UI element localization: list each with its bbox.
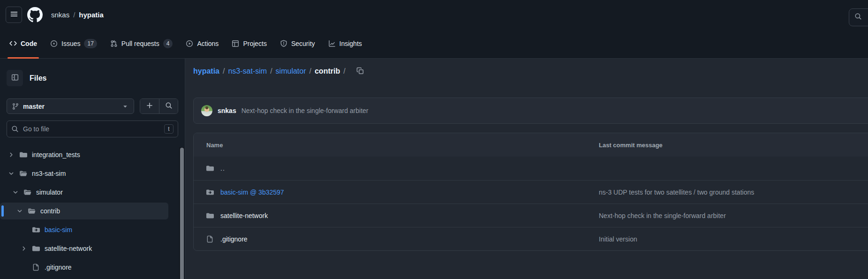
breadcrumb-simulator[interactable]: simulator — [276, 67, 306, 75]
go-to-file: t — [7, 121, 178, 137]
breadcrumb-contrib: contrib — [315, 67, 340, 75]
tree-item-satellite-network[interactable]: satellite-network — [0, 240, 168, 257]
repo-name-link[interactable]: hypatia — [79, 11, 104, 19]
copy-icon — [356, 67, 364, 76]
tree-item-label: integration_tests — [32, 151, 80, 158]
commit-author-avatar[interactable] — [201, 105, 212, 116]
tab-label: Security — [291, 40, 315, 47]
tree-actions-group — [140, 98, 178, 114]
tab-security[interactable]: Security — [274, 29, 321, 58]
folder-open-icon — [24, 189, 31, 196]
file-name-link[interactable]: .. — [220, 165, 225, 172]
tab-code[interactable]: Code — [4, 29, 43, 58]
chevron-down-icon[interactable] — [16, 208, 23, 214]
breadcrumb-separator: / — [267, 67, 275, 75]
file-name-cell: satellite-network — [194, 212, 586, 219]
tree-item-basic-sim[interactable]: basic-sim — [0, 221, 168, 238]
files-sidebar: Files master — [0, 59, 185, 279]
pull-request-icon — [110, 40, 118, 47]
search-tree-button[interactable] — [159, 99, 178, 113]
git-branch-icon — [12, 103, 19, 110]
file-icon — [206, 235, 214, 243]
tree-item-label: basic-sim — [45, 226, 72, 234]
last-commit-message[interactable]: ns-3 UDP tests for two satellites / two … — [586, 189, 868, 196]
code-view-pane: hypatia/ns3-sat-sim/simulator/contrib/ s… — [185, 59, 868, 279]
submodule-icon — [32, 226, 40, 234]
tree-item-integration-tests[interactable]: integration_tests — [0, 146, 168, 163]
chevron-down-icon[interactable] — [12, 189, 19, 196]
file-row-[interactable]: .. — [194, 157, 868, 180]
sidebar-scrollbar-thumb[interactable] — [180, 148, 184, 279]
panel-left-icon — [11, 74, 19, 83]
app-header: snkas / hypatia — [0, 0, 868, 29]
search-icon — [854, 13, 862, 22]
folder-icon — [206, 212, 214, 219]
tab-label: Projects — [243, 40, 267, 47]
files-title: Files — [30, 74, 46, 83]
breadcrumb-hypatia[interactable]: hypatia — [193, 67, 219, 75]
counter-badge: 17 — [84, 39, 97, 48]
latest-commit-bar: snkas Next-hop check in the single-forwa… — [193, 98, 868, 124]
sidebar-controls: master — [7, 98, 178, 114]
repo-owner-link[interactable]: snkas — [51, 11, 69, 19]
breadcrumb-separator: / — [306, 67, 315, 75]
hamburger-menu-button[interactable] — [6, 7, 22, 23]
copy-path-button[interactable] — [354, 65, 367, 78]
folder-open-icon — [28, 207, 36, 215]
breadcrumb-ns3-sat-sim[interactable]: ns3-sat-sim — [228, 67, 267, 75]
file-name-link[interactable]: .gitignore — [220, 235, 248, 243]
last-commit-message[interactable]: Next-hop check in the single-forward arb… — [586, 212, 868, 219]
file-tree: integration_testsns3-sat-simsimulatorcon… — [0, 146, 185, 276]
tree-item-label: ns3-sat-sim — [32, 170, 66, 177]
content-area: Files master — [0, 59, 868, 279]
file-name-link[interactable]: satellite-network — [220, 212, 268, 219]
tab-pull-requests[interactable]: Pull requests4 — [105, 29, 179, 58]
tab-projects[interactable]: Projects — [226, 29, 272, 58]
column-header-last-commit: Last commit message — [586, 142, 868, 149]
branch-name: master — [23, 103, 45, 110]
github-repo-page: snkas / hypatia CodeIssues17Pull request… — [0, 0, 868, 279]
file-name-link[interactable]: basic-sim @ 3b32597 — [220, 189, 284, 196]
folder-icon — [206, 165, 214, 172]
tab-label: Issues — [61, 40, 80, 47]
tree-item-gitignore[interactable]: .gitignore — [0, 259, 168, 276]
submodule-icon — [206, 189, 214, 196]
files-header: Files — [7, 70, 185, 86]
tree-item-simulator[interactable]: simulator — [0, 184, 168, 201]
commit-author[interactable]: snkas — [218, 107, 236, 114]
file-row-satellite-network[interactable]: satellite-networkNext-hop check in the s… — [194, 204, 868, 227]
chevron-right-icon[interactable] — [8, 151, 15, 158]
branch-selector-button[interactable]: master — [7, 98, 134, 114]
go-to-file-input[interactable] — [7, 121, 178, 137]
github-logo-icon[interactable] — [27, 7, 43, 23]
plus-icon — [146, 102, 153, 111]
breadcrumb-separator: / — [219, 67, 228, 75]
tab-label: Pull requests — [121, 40, 159, 47]
chevron-down-icon — [121, 103, 129, 110]
add-file-button[interactable] — [140, 99, 159, 113]
tree-item-label: contrib — [40, 207, 60, 215]
issue-icon — [50, 40, 58, 47]
code-icon — [9, 40, 17, 47]
tab-actions[interactable]: Actions — [180, 29, 224, 58]
global-search-button[interactable] — [849, 8, 868, 26]
tree-item-ns3-sat-sim[interactable]: ns3-sat-sim — [0, 165, 168, 182]
file-name-cell: basic-sim @ 3b32597 — [194, 189, 586, 196]
last-commit-message[interactable]: Initial version — [586, 235, 868, 243]
folder-open-icon — [20, 170, 27, 177]
tree-item-contrib[interactable]: contrib — [0, 203, 168, 219]
tab-label: Insights — [340, 40, 362, 47]
tab-label: Code — [21, 40, 37, 47]
collapse-file-tree-button[interactable] — [7, 70, 23, 86]
file-table-header: Name Last commit message — [194, 133, 868, 157]
file-row-gitignore[interactable]: .gitignoreInitial version — [194, 227, 868, 250]
chevron-down-icon[interactable] — [8, 170, 15, 177]
shield-icon — [280, 40, 287, 47]
counter-badge: 4 — [163, 39, 173, 48]
file-list-table: Name Last commit message ..basic-sim @ 3… — [193, 133, 868, 251]
tab-insights[interactable]: Insights — [323, 29, 368, 58]
tab-issues[interactable]: Issues17 — [45, 29, 103, 58]
file-row-basic-sim-3b32597[interactable]: basic-sim @ 3b32597ns-3 UDP tests for tw… — [194, 180, 868, 204]
chevron-right-icon[interactable] — [20, 245, 28, 252]
commit-message-link[interactable]: Next-hop check in the single-forward arb… — [242, 107, 369, 114]
